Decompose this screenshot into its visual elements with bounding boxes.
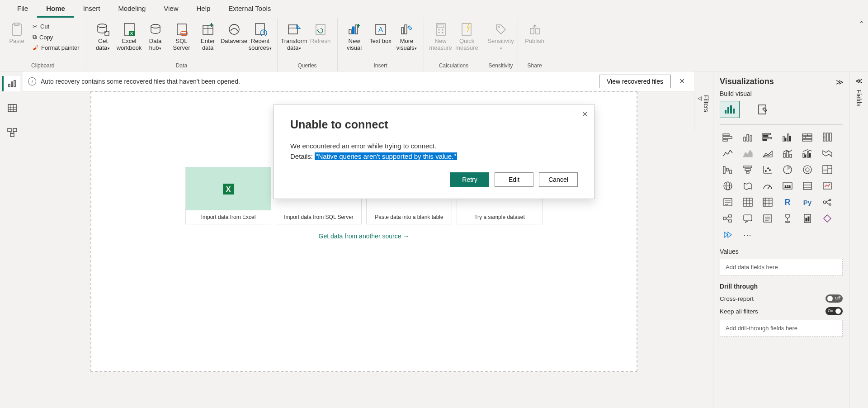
viz-goals-icon[interactable] xyxy=(779,212,796,225)
refresh-button[interactable]: Refresh xyxy=(307,21,334,45)
viz-100-stacked-bar-icon[interactable] xyxy=(799,130,816,144)
svg-rect-84 xyxy=(830,133,831,141)
svg-point-100 xyxy=(765,171,767,172)
copy-button[interactable]: ⧉Copy xyxy=(30,32,82,42)
viz-card-icon[interactable]: 123 xyxy=(779,179,796,193)
svg-point-104 xyxy=(803,166,811,174)
recent-sources-button[interactable]: Recent sources▾ xyxy=(247,21,274,52)
data-hub-button[interactable]: Data hub▾ xyxy=(142,21,169,52)
tab-file[interactable]: File xyxy=(8,0,37,18)
values-well[interactable]: Add data fields here xyxy=(720,259,843,275)
quick-measure-button[interactable]: Quick measure xyxy=(454,21,480,52)
svg-rect-116 xyxy=(803,182,811,190)
viz-slicer-icon[interactable] xyxy=(720,195,736,209)
viz-key-influencers-icon[interactable] xyxy=(819,195,835,209)
viz-multi-row-card-icon[interactable] xyxy=(799,179,816,193)
view-recovered-files-button[interactable]: View recovered files xyxy=(599,75,671,88)
format-visual-tab[interactable] xyxy=(753,101,773,118)
text-box-button[interactable]: AText box xyxy=(368,21,394,45)
viz-python-icon[interactable]: Py xyxy=(799,195,816,209)
viz-stacked-column-icon[interactable] xyxy=(740,130,756,144)
tab-home[interactable]: Home xyxy=(37,0,74,18)
viz-map-icon[interactable] xyxy=(720,179,736,193)
viz-area-icon[interactable] xyxy=(740,147,756,160)
viz-funnel-icon[interactable] xyxy=(740,163,756,176)
svg-rect-120 xyxy=(724,199,732,206)
card-import-excel[interactable]: XImport data from Excel xyxy=(185,167,271,224)
viz-stacked-bar-icon[interactable] xyxy=(720,130,736,144)
fields-pane-collapsed[interactable]: ≪ Fields xyxy=(849,71,868,408)
get-data-button[interactable]: Get data▾ xyxy=(90,21,116,52)
data-view-button[interactable] xyxy=(2,100,20,116)
viz-table-icon[interactable] xyxy=(740,195,756,209)
sensitivity-button[interactable]: Sensitivity▾ xyxy=(488,21,514,52)
tab-insert[interactable]: Insert xyxy=(74,0,109,18)
retry-button[interactable]: Retry xyxy=(450,172,489,187)
database-icon xyxy=(96,23,110,36)
viz-donut-icon[interactable] xyxy=(799,163,816,176)
more-visuals-button[interactable]: More visuals▾ xyxy=(394,21,420,52)
dialog-close-icon[interactable]: ✕ xyxy=(582,110,588,119)
viz-paginated-report-icon[interactable] xyxy=(799,212,816,225)
viz-clustered-bar-icon[interactable] xyxy=(760,130,776,144)
filters-pane-collapsed[interactable]: ◁ Filters xyxy=(694,91,713,132)
svg-rect-154 xyxy=(808,217,809,221)
viz-stacked-area-icon[interactable] xyxy=(760,147,776,160)
keep-all-filters-toggle[interactable]: On xyxy=(826,307,843,315)
viz-expand-icon[interactable]: ≫ xyxy=(836,78,844,86)
format-painter-button[interactable]: 🖌Format painter xyxy=(30,43,82,52)
report-view-button[interactable] xyxy=(2,76,20,91)
svg-point-105 xyxy=(806,168,809,171)
tab-view[interactable]: View xyxy=(155,0,187,18)
viz-line-clustered-column-icon[interactable] xyxy=(799,147,816,160)
cancel-button[interactable]: Cancel xyxy=(539,172,578,187)
model-view-button[interactable] xyxy=(2,125,20,140)
publish-button[interactable]: Publish xyxy=(522,21,548,45)
viz-gauge-icon[interactable] xyxy=(760,179,776,193)
viz-decomposition-tree-icon[interactable] xyxy=(720,212,736,225)
ribbon-group-data: Get data▾ XExcel workbook Data hub▾ SQL … xyxy=(86,18,278,71)
viz-kpi-icon[interactable] xyxy=(819,179,835,193)
enter-data-button[interactable]: Enter data xyxy=(195,21,221,52)
paste-button[interactable]: Paste xyxy=(4,21,30,45)
new-measure-button[interactable]: New measure xyxy=(428,21,454,52)
edit-button[interactable]: Edit xyxy=(495,172,533,187)
paste-label: Paste xyxy=(9,38,24,45)
viz-filled-map-icon[interactable] xyxy=(740,179,756,193)
viz-get-more-icon[interactable]: ⋯ xyxy=(740,228,756,242)
viz-100-stacked-column-icon[interactable] xyxy=(819,130,835,144)
viz-clustered-column-icon[interactable] xyxy=(779,130,796,144)
viz-waterfall-icon[interactable] xyxy=(720,163,736,176)
tab-modeling[interactable]: Modeling xyxy=(109,0,155,18)
viz-r-script-icon[interactable]: R xyxy=(779,195,796,209)
transform-data-button[interactable]: Transform data▾ xyxy=(281,21,307,52)
viz-line-stacked-column-icon[interactable] xyxy=(779,147,796,160)
visualizations-title: Visualizations xyxy=(720,77,843,86)
drill-through-label: Drill through xyxy=(720,283,843,290)
ribbon-collapse-icon[interactable]: ⌃ xyxy=(859,20,864,27)
sql-server-button[interactable]: SQL Server xyxy=(169,21,195,52)
excel-workbook-button[interactable]: XExcel workbook xyxy=(116,21,142,52)
build-visual-tab[interactable] xyxy=(720,101,740,118)
viz-ribbon-icon[interactable] xyxy=(819,147,835,160)
close-icon[interactable]: ✕ xyxy=(675,75,689,87)
cut-button[interactable]: ✂Cut xyxy=(30,22,82,31)
tab-external-tools[interactable]: External Tools xyxy=(219,0,280,18)
new-visual-button[interactable]: New visual xyxy=(341,21,368,52)
svg-rect-63 xyxy=(723,137,732,138)
dataverse-button[interactable]: Dataverse xyxy=(221,21,247,45)
viz-smart-narrative-icon[interactable] xyxy=(760,212,776,225)
get-data-another-source-link[interactable]: Get data from another source → xyxy=(319,232,410,240)
drill-through-well[interactable]: Add drill-through fields here xyxy=(720,320,843,337)
viz-power-automate-icon[interactable] xyxy=(720,228,736,242)
tab-help[interactable]: Help xyxy=(188,0,220,18)
svg-point-7 xyxy=(151,24,160,28)
cross-report-toggle[interactable]: Off xyxy=(826,294,843,303)
viz-treemap-icon[interactable] xyxy=(819,163,835,176)
viz-scatter-icon[interactable] xyxy=(760,163,776,176)
viz-pie-icon[interactable] xyxy=(779,163,796,176)
viz-qna-icon[interactable] xyxy=(740,212,756,225)
viz-matrix-icon[interactable] xyxy=(760,195,776,209)
viz-power-apps-icon[interactable] xyxy=(819,212,835,225)
viz-line-icon[interactable] xyxy=(720,147,736,160)
